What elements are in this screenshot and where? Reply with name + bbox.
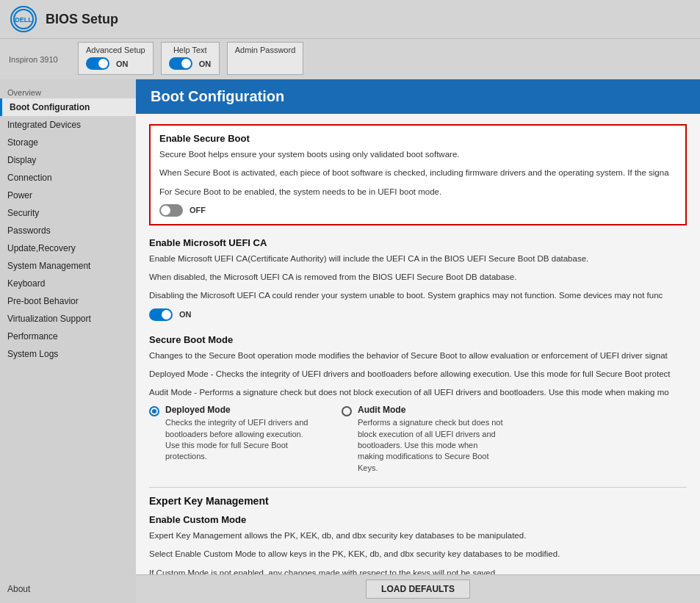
main-content: Overview Boot Configuration Integrated D…: [0, 79, 700, 603]
secure-boot-mode-section: Secure Boot Mode Changes to the Secure B…: [149, 334, 687, 474]
sidebar-item-update-recovery[interactable]: Update,Recovery: [0, 239, 136, 257]
advanced-setup-toggle-row: ON: [86, 57, 145, 70]
expert-key-desc3: If Custom Mode is not enabled, any chang…: [149, 567, 687, 574]
secure-boot-track: [159, 204, 183, 217]
microsoft-uefi-desc2: When disabled, the Microsoft UEFI CA is …: [149, 271, 687, 284]
help-text-thumb: [181, 59, 191, 68]
expert-key-section: Expert Key Management Enable Custom Mode…: [149, 495, 687, 574]
audit-mode-option[interactable]: Audit Mode Performs a signature check bu…: [342, 405, 505, 474]
advanced-setup-toggle-label: ON: [116, 59, 129, 68]
audit-mode-radio[interactable]: [342, 406, 352, 416]
advanced-setup-button[interactable]: Advanced Setup ON: [78, 42, 154, 75]
microsoft-uefi-section: Enable Microsoft UEFI CA Enable Microsof…: [149, 237, 687, 321]
microsoft-uefi-track: [149, 308, 173, 321]
sidebar-item-integrated-devices[interactable]: Integrated Devices: [0, 116, 136, 134]
deployed-mode-text: Deployed Mode Checks the integrity of UE…: [165, 405, 312, 463]
content-header: Boot Configuration: [136, 79, 700, 114]
secure-boot-desc3: For Secure Boot to be enabled, the syste…: [159, 186, 676, 198]
toolbar-row: Inspiron 3910 Advanced Setup ON Help Tex…: [0, 39, 700, 79]
bios-window: DELL BIOS Setup Inspiron 3910 Advanced S…: [0, 0, 700, 603]
sidebar-item-storage[interactable]: Storage: [0, 134, 136, 151]
secure-boot-section: Enable Secure Boot Secure Boot helps ens…: [149, 124, 687, 225]
help-text-toggle-row: ON: [169, 57, 212, 70]
deployed-mode-radio[interactable]: [149, 406, 159, 416]
secure-boot-toggle-row: OFF: [159, 204, 676, 217]
expert-key-desc2: Select Enable Custom Mode to allow keys …: [149, 548, 687, 560]
dell-logo: DELL: [10, 6, 37, 32]
sidebar-item-virtualization-support[interactable]: Virtualization Support: [0, 310, 136, 328]
sidebar-item-passwords[interactable]: Passwords: [0, 222, 136, 239]
boot-mode-radio-group: Deployed Mode Checks the integrity of UE…: [149, 405, 687, 474]
bottom-bar: LOAD DEFAULTS: [136, 574, 700, 603]
help-text-track: [169, 57, 192, 70]
help-text-toggle[interactable]: [169, 57, 192, 70]
microsoft-uefi-toggle[interactable]: [149, 308, 173, 321]
header-bar: DELL BIOS Setup: [0, 0, 700, 39]
help-text-label: Help Text: [169, 46, 212, 54]
secure-boot-mode-desc2: Deployed Mode - Checks the integrity of …: [149, 368, 687, 380]
sidebar-item-performance[interactable]: Performance: [0, 328, 136, 345]
app-title: BIOS Setup: [46, 12, 118, 27]
content-area: Boot Configuration ➤ Enable Secure Boot …: [136, 79, 700, 603]
section-divider: [149, 487, 687, 488]
advanced-setup-track: [86, 57, 109, 70]
expert-key-title: Expert Key Management: [149, 495, 687, 507]
audit-mode-desc: Performs a signature check but does not …: [358, 417, 505, 474]
deployed-mode-label: Deployed Mode: [165, 405, 312, 415]
microsoft-uefi-desc3: Disabling the Microsoft UEFI CA could re…: [149, 289, 687, 302]
microsoft-uefi-thumb: [162, 310, 171, 319]
sidebar-item-display[interactable]: Display: [0, 151, 136, 169]
audit-mode-text: Audit Mode Performs a signature check bu…: [358, 405, 505, 474]
secure-boot-desc2: When Secure Boot is activated, each piec…: [159, 167, 676, 179]
help-text-toggle-label: ON: [199, 59, 212, 68]
secure-boot-state-label: OFF: [190, 206, 206, 214]
secure-boot-wrapper: ➤ Enable Secure Boot Secure Boot helps e…: [149, 124, 687, 225]
sidebar-item-system-logs[interactable]: System Logs: [0, 345, 136, 363]
microsoft-uefi-toggle-row: ON: [149, 308, 687, 321]
secure-boot-thumb: [161, 206, 170, 215]
model-label: Inspiron 3910: [9, 54, 68, 64]
sidebar-item-system-management[interactable]: System Management: [0, 257, 136, 275]
microsoft-uefi-state-label: ON: [179, 310, 192, 319]
deployed-mode-option[interactable]: Deployed Mode Checks the integrity of UE…: [149, 405, 312, 463]
audit-mode-label: Audit Mode: [358, 405, 505, 415]
admin-password-label: Admin Password: [235, 46, 296, 54]
advanced-setup-label: Advanced Setup: [86, 46, 145, 54]
sidebar-item-connection[interactable]: Connection: [0, 169, 136, 187]
svg-text:DELL: DELL: [15, 16, 32, 24]
microsoft-uefi-desc1: Enable Microsoft UEFI CA(Certificate Aut…: [149, 253, 687, 265]
custom-mode-title: Enable Custom Mode: [149, 514, 687, 525]
sidebar-item-power[interactable]: Power: [0, 187, 136, 204]
content-title: Boot Configuration: [151, 88, 685, 105]
secure-boot-desc1: Secure Boot helps ensure your system boo…: [159, 148, 676, 161]
expert-key-desc1: Expert Key Management allows the PK, KEK…: [149, 530, 687, 542]
sidebar-item-security[interactable]: Security: [0, 204, 136, 222]
sidebar-item-keyboard[interactable]: Keyboard: [0, 275, 136, 292]
sidebar-item-boot-configuration[interactable]: Boot Configuration: [0, 98, 136, 116]
load-defaults-button[interactable]: LOAD DEFAULTS: [366, 579, 470, 599]
secure-boot-toggle[interactable]: [159, 204, 183, 217]
admin-password-button[interactable]: Admin Password: [227, 42, 304, 75]
content-body: ➤ Enable Secure Boot Secure Boot helps e…: [136, 114, 700, 574]
secure-boot-mode-desc1: Changes to the Secure Boot operation mod…: [149, 350, 687, 362]
secure-boot-mode-desc3: Audit Mode - Performs a signature check …: [149, 386, 687, 399]
help-text-button[interactable]: Help Text ON: [161, 42, 220, 75]
advanced-setup-toggle[interactable]: [86, 57, 109, 70]
microsoft-uefi-title: Enable Microsoft UEFI CA: [149, 237, 687, 248]
sidebar-item-pre-boot-behavior[interactable]: Pre-boot Behavior: [0, 292, 136, 310]
deployed-mode-desc: Checks the integrity of UEFI drivers and…: [165, 417, 312, 463]
secure-boot-mode-title: Secure Boot Mode: [149, 334, 687, 345]
secure-boot-title: Enable Secure Boot: [159, 133, 676, 144]
sidebar: Overview Boot Configuration Integrated D…: [0, 79, 136, 603]
admin-password-toggle-row: [235, 57, 296, 68]
advanced-setup-thumb: [98, 59, 108, 68]
sidebar-section-overview: Overview: [0, 84, 136, 98]
sidebar-item-about[interactable]: About: [0, 579, 136, 599]
